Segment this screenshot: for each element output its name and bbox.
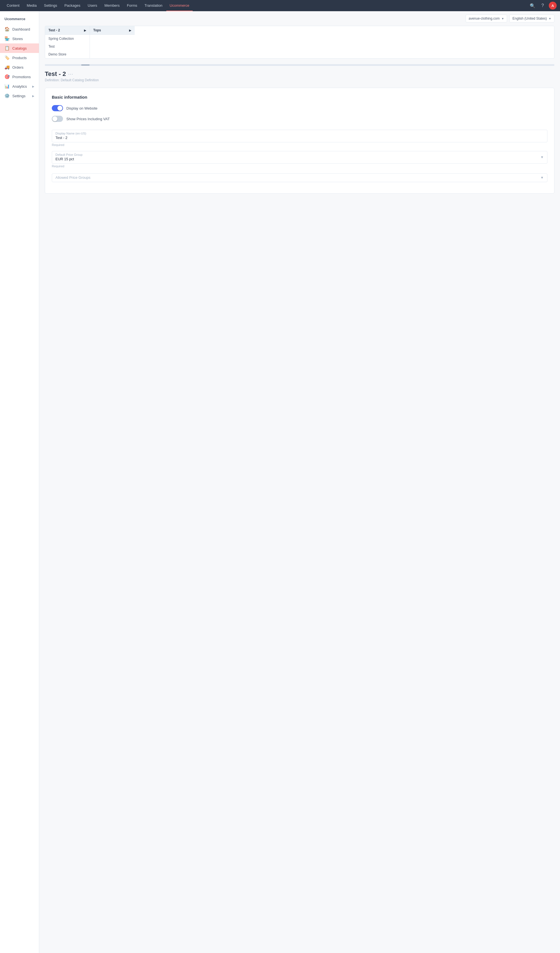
scrollbar-thumb xyxy=(81,64,90,65)
products-icon: 🏷️ xyxy=(5,55,9,60)
show-prices-toggle-row: Show Prices Including VAT xyxy=(52,116,548,122)
analytics-icon: 📊 xyxy=(5,84,9,89)
store-chevron-icon: ▼ xyxy=(501,17,504,20)
sidebar-item-catalogs[interactable]: 📋 Catalogs xyxy=(0,43,39,53)
page-title-row: Test - 2 ··· xyxy=(45,70,554,78)
default-price-group-select[interactable]: Default Price Group EUR 15 pct ▼ xyxy=(52,151,548,164)
show-prices-toggle[interactable] xyxy=(52,116,63,122)
store-bar: avenue-clothing.com ▼ English (United St… xyxy=(39,11,560,26)
display-on-website-label: Display on Website xyxy=(67,106,97,110)
allowed-price-groups-placeholder: Allowed Price Groups xyxy=(56,175,540,180)
tree-column-right-header[interactable]: Tops ▶ xyxy=(90,26,135,35)
settings-expand-icon: ▶ xyxy=(32,95,34,98)
sidebar-item-dashboard[interactable]: 🏠 Dashboard xyxy=(0,24,39,34)
tree-column-left: Test - 2 ▶ Spring Collection Test Demo S… xyxy=(45,26,90,58)
tree-column-left-header[interactable]: Test - 2 ▶ xyxy=(45,26,90,35)
top-nav-item-settings[interactable]: Settings xyxy=(40,0,60,11)
tree-column-right: Tops ▶ xyxy=(90,26,135,58)
sidebar: Ucommerce 🏠 Dashboard 🏪 Stores 📋 Catalog… xyxy=(0,11,39,953)
page-title: Test - 2 xyxy=(45,70,66,78)
default-price-group-label: Default Price Group xyxy=(56,153,540,156)
sidebar-item-orders[interactable]: 🚚 Orders xyxy=(0,62,39,72)
sidebar-label-dashboard: Dashboard xyxy=(12,27,30,31)
show-prices-label: Show Prices Including VAT xyxy=(67,117,110,121)
display-on-website-knob xyxy=(57,106,62,111)
top-nav-item-packages[interactable]: Packages xyxy=(61,0,84,11)
default-price-group-field-group: Default Price Group EUR 15 pct ▼ Require… xyxy=(52,151,548,168)
page-title-section: Test - 2 ··· Definition: Default Catalog… xyxy=(39,67,560,83)
help-icon-button[interactable]: ? xyxy=(539,2,546,9)
allowed-price-groups-select[interactable]: Allowed Price Groups ▼ xyxy=(52,174,548,182)
top-nav-item-translation[interactable]: Translation xyxy=(141,0,166,11)
avatar-button[interactable]: A xyxy=(549,2,557,9)
sidebar-label-products: Products xyxy=(12,56,26,60)
default-price-group-value: EUR 15 pct xyxy=(56,157,540,161)
stores-icon: 🏪 xyxy=(5,36,9,41)
sidebar-item-stores[interactable]: 🏪 Stores xyxy=(0,34,39,43)
sidebar-item-products[interactable]: 🏷️ Products xyxy=(0,53,39,62)
dashboard-icon: 🏠 xyxy=(5,26,9,32)
basic-info-card: Basic information Display on Website Sho… xyxy=(45,88,554,194)
top-nav-item-users[interactable]: Users xyxy=(84,0,101,11)
top-nav-item-ucommerce[interactable]: Ucommerce xyxy=(166,0,193,11)
tree-column-right-title: Tops xyxy=(93,28,101,32)
main-content: avenue-clothing.com ▼ English (United St… xyxy=(39,11,560,953)
top-nav: Content Media Settings Packages Users Me… xyxy=(0,0,560,11)
basic-info-title: Basic information xyxy=(52,95,548,99)
language-chevron-icon: ▼ xyxy=(549,17,551,20)
settings-left: ⚙️ Settings xyxy=(5,93,25,98)
language-selector-label: English (United States) xyxy=(512,17,547,20)
top-nav-item-forms[interactable]: Forms xyxy=(124,0,141,11)
promotions-icon: 🎯 xyxy=(5,74,9,79)
display-name-label: Display Name (en-US) xyxy=(56,132,544,135)
settings-icon: ⚙️ xyxy=(5,93,9,98)
page-title-more-button[interactable]: ··· xyxy=(68,71,73,77)
catalog-tree: Test - 2 ▶ Spring Collection Test Demo S… xyxy=(45,26,554,59)
sidebar-label-analytics: Analytics xyxy=(12,84,27,88)
sidebar-label-promotions: Promotions xyxy=(12,75,31,79)
store-selector[interactable]: avenue-clothing.com ▼ xyxy=(466,15,507,22)
display-name-wrapper: Display Name (en-US) Test - 2 xyxy=(52,130,548,142)
display-on-website-toggle[interactable] xyxy=(52,105,63,111)
sidebar-title: Ucommerce xyxy=(0,15,39,24)
display-name-value[interactable]: Test - 2 xyxy=(56,136,544,140)
catalogs-icon: 📋 xyxy=(5,46,9,51)
default-price-group-inner: Default Price Group EUR 15 pct xyxy=(56,153,540,161)
tree-item-demo[interactable]: Demo Store xyxy=(45,50,90,58)
search-icon-button[interactable]: 🔍 xyxy=(529,2,537,9)
tree-column-right-arrow: ▶ xyxy=(129,29,131,32)
show-prices-knob xyxy=(53,116,57,121)
sidebar-label-orders: Orders xyxy=(12,65,23,70)
sidebar-item-settings[interactable]: ⚙️ Settings ▶ xyxy=(0,91,39,101)
default-price-group-required: Required xyxy=(52,165,548,168)
display-name-field-group: Display Name (en-US) Test - 2 Required xyxy=(52,130,548,147)
top-nav-icons: 🔍 ? A xyxy=(529,2,557,9)
default-price-group-chevron-icon: ▼ xyxy=(540,155,544,159)
store-selector-label: avenue-clothing.com xyxy=(469,17,500,20)
top-nav-item-content[interactable]: Content xyxy=(3,0,23,11)
top-nav-item-members[interactable]: Members xyxy=(101,0,123,11)
top-nav-item-media[interactable]: Media xyxy=(23,0,40,11)
allowed-price-groups-chevron-icon: ▼ xyxy=(540,176,544,180)
orders-icon: 🚚 xyxy=(5,65,9,70)
tree-column-left-title: Test - 2 xyxy=(48,28,60,32)
page-subtitle: Definition: Default Catalog Definition xyxy=(45,78,554,82)
main-layout: Ucommerce 🏠 Dashboard 🏪 Stores 📋 Catalog… xyxy=(0,11,560,953)
sidebar-item-promotions[interactable]: 🎯 Promotions xyxy=(0,72,39,82)
tree-item-spring[interactable]: Spring Collection xyxy=(45,35,90,43)
analytics-left: 📊 Analytics xyxy=(5,84,27,89)
language-selector[interactable]: English (United States) ▼ xyxy=(509,15,554,22)
sidebar-label-stores: Stores xyxy=(12,37,23,41)
sidebar-label-catalogs: Catalogs xyxy=(12,46,26,50)
sidebar-item-analytics[interactable]: 📊 Analytics ▶ xyxy=(0,82,39,91)
display-on-website-toggle-row: Display on Website xyxy=(52,105,548,111)
analytics-expand-icon: ▶ xyxy=(32,85,34,88)
top-nav-items: Content Media Settings Packages Users Me… xyxy=(3,0,529,11)
allowed-price-groups-inner: Allowed Price Groups xyxy=(56,175,540,180)
tree-column-left-arrow: ▶ xyxy=(84,29,86,32)
tree-item-test[interactable]: Test xyxy=(45,43,90,50)
scrollbar-track[interactable] xyxy=(45,64,554,66)
display-name-required: Required xyxy=(52,143,548,147)
allowed-price-groups-field-group: Allowed Price Groups ▼ xyxy=(52,174,548,182)
sidebar-label-settings: Settings xyxy=(12,94,25,98)
